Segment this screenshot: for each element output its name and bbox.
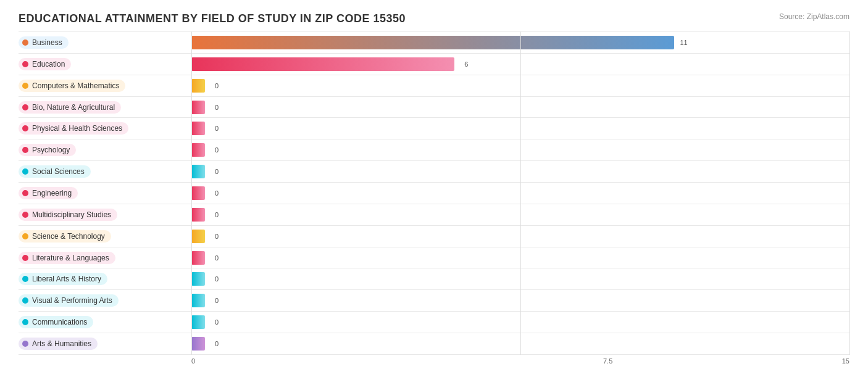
bar-business: 11 [191, 36, 674, 49]
label-text-engineering: Engineering [32, 189, 72, 197]
dot-computers [22, 83, 28, 89]
label-text-education: Education [32, 60, 65, 68]
dot-social [22, 168, 28, 175]
label-text-computers: Computers & Mathematics [32, 81, 119, 90]
bar-scitech: 0 [191, 230, 205, 243]
bar-social: 0 [191, 165, 205, 178]
label-text-bio: Bio, Nature & Agricultural [32, 103, 115, 112]
label-area-scitech: Science & Technology [19, 230, 191, 243]
bar-value-physical: 0 [215, 125, 219, 132]
bar-liberalarts: 0 [191, 272, 205, 286]
x-axis: 0 7.5 15 [191, 357, 849, 365]
label-pill-bio: Bio, Nature & Agricultural [19, 101, 121, 114]
bar-graph-area-scitech: 0 [191, 226, 849, 247]
bar-row-bio: Bio, Nature & Agricultural0 [19, 97, 849, 118]
bar-value-social: 0 [215, 168, 219, 175]
bar-value-computers: 0 [215, 82, 219, 89]
label-area-physical: Physical & Health Sciences [19, 122, 191, 135]
dot-visual [22, 297, 28, 304]
bar-graph-area-comms: 0 [191, 312, 849, 333]
bar-psychology: 0 [191, 143, 205, 157]
label-area-bio: Bio, Nature & Agricultural [19, 101, 191, 114]
label-area-liberalarts: Liberal Arts & History [19, 273, 191, 285]
bar-row-engineering: Engineering0 [19, 183, 849, 204]
bar-visual: 0 [191, 294, 205, 307]
label-pill-liberalarts: Liberal Arts & History [19, 273, 107, 285]
label-area-comms: Communications [19, 316, 191, 328]
dot-liberalarts [22, 276, 28, 282]
bar-comms: 0 [191, 315, 205, 329]
bar-row-liberalarts: Liberal Arts & History0 [19, 268, 849, 290]
label-pill-business: Business [19, 36, 69, 49]
bar-physical: 0 [191, 122, 205, 135]
dot-business [22, 39, 28, 46]
bar-row-physical: Physical & Health Sciences0 [19, 118, 849, 139]
bar-value-liberalarts: 0 [215, 275, 219, 283]
bar-value-literature: 0 [215, 254, 219, 262]
label-text-social: Social Sciences [32, 167, 85, 176]
bars-section: Business11Education6Computers & Mathemat… [19, 31, 849, 355]
bar-engineering: 0 [191, 186, 205, 200]
x-axis-max: 15 [842, 357, 849, 365]
bar-row-multi: Multidisciplinary Studies0 [19, 204, 849, 226]
label-text-psychology: Psychology [32, 146, 70, 154]
bar-graph-area-literature: 0 [191, 247, 849, 268]
dot-multi [22, 212, 28, 218]
bar-graph-area-bio: 0 [191, 97, 849, 118]
label-text-scitech: Science & Technology [32, 232, 105, 241]
bar-value-comms: 0 [215, 318, 219, 326]
label-pill-physical: Physical & Health Sciences [19, 122, 128, 135]
dot-literature [22, 255, 28, 261]
bar-graph-area-liberalarts: 0 [191, 268, 849, 289]
bar-value-bio: 0 [215, 104, 219, 111]
bar-value-psychology: 0 [215, 146, 219, 154]
bar-row-scitech: Science & Technology0 [19, 226, 849, 247]
label-area-visual: Visual & Performing Arts [19, 294, 191, 307]
bar-row-business: Business11 [19, 31, 849, 54]
bar-row-comms: Communications0 [19, 312, 849, 333]
label-text-business: Business [32, 38, 62, 47]
chart-container: EDUCATIONAL ATTAINMENT BY FIELD OF STUDY… [0, 0, 868, 390]
label-text-literature: Literature & Languages [32, 254, 109, 262]
bar-row-literature: Literature & Languages0 [19, 247, 849, 269]
bar-row-psychology: Psychology0 [19, 139, 849, 161]
bar-graph-area-artshumanities: 0 [191, 333, 849, 354]
dot-bio [22, 104, 28, 110]
label-pill-education: Education [19, 58, 71, 70]
bar-graph-area-education: 6 [191, 54, 849, 75]
bar-value-artshumanities: 0 [215, 340, 219, 347]
label-area-artshumanities: Arts & Humanities [19, 338, 191, 350]
label-pill-comms: Communications [19, 316, 93, 328]
x-axis-mid: 7.5 [603, 357, 612, 365]
label-area-computers: Computers & Mathematics [19, 80, 191, 92]
dot-comms [22, 319, 28, 325]
label-text-comms: Communications [32, 318, 87, 326]
bar-graph-area-engineering: 0 [191, 183, 849, 204]
chart-source: Source: ZipAtlas.com [779, 12, 849, 21]
label-text-multi: Multidisciplinary Studies [32, 210, 111, 219]
bar-education: 6 [191, 57, 454, 71]
label-text-physical: Physical & Health Sciences [32, 124, 122, 133]
grid-line-100 [849, 31, 850, 355]
bar-value-education: 6 [464, 60, 468, 68]
bar-literature: 0 [191, 251, 205, 265]
label-area-social: Social Sciences [19, 165, 191, 178]
label-pill-social: Social Sciences [19, 165, 91, 178]
bar-artshumanities: 0 [191, 337, 205, 351]
label-pill-psychology: Psychology [19, 144, 76, 156]
label-area-multi: Multidisciplinary Studies [19, 209, 191, 221]
label-area-psychology: Psychology [19, 144, 191, 156]
bar-row-computers: Computers & Mathematics0 [19, 75, 849, 97]
dot-physical [22, 125, 28, 131]
label-pill-multi: Multidisciplinary Studies [19, 209, 117, 221]
label-area-business: Business [19, 36, 191, 49]
bar-row-visual: Visual & Performing Arts0 [19, 290, 849, 312]
label-area-engineering: Engineering [19, 187, 191, 199]
dot-education [22, 61, 28, 67]
dot-psychology [22, 147, 28, 153]
label-area-education: Education [19, 58, 191, 70]
dot-scitech [22, 233, 28, 239]
bar-computers: 0 [191, 79, 205, 93]
bar-graph-area-business: 11 [191, 32, 849, 53]
bar-graph-area-visual: 0 [191, 290, 849, 311]
